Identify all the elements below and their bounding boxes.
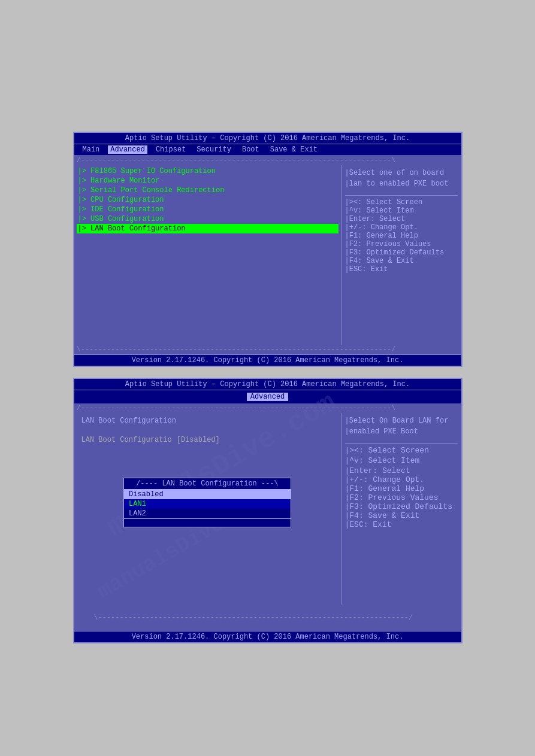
config-value: [Disabled] — [177, 436, 220, 444]
menu-advanced[interactable]: Advanced — [108, 145, 147, 154]
screen2-right-panel: |Select On Board LAN for |enabled PXE Bo… — [341, 413, 461, 605]
help2-line1: |Select On Board LAN for — [345, 415, 458, 426]
help-line2: |lan to enabled PXE boot — [345, 178, 458, 189]
divider-bot-1: \---------------------------------------… — [74, 345, 461, 354]
popup-item-lan1[interactable]: LAN1 — [124, 499, 291, 509]
entry-hardware-monitor[interactable]: |> Hardware Monitor — [77, 176, 338, 186]
help-line1: |Select one of on board — [345, 168, 458, 178]
entry-f81865[interactable]: |> F81865 Super IO Configuration — [77, 166, 338, 176]
popup-item-disabled[interactable]: Disabled — [124, 490, 291, 499]
popup-box[interactable]: /---- LAN Boot Configuration ---\ Disabl… — [123, 478, 291, 527]
bios-title-2: Aptio Setup Utility – Copyright (C) 2016… — [74, 379, 461, 390]
nav-help-2: |><: Select Screen |^v: Select Item |Ent… — [345, 443, 458, 529]
version-bar-1: Version 2.17.1246. Copyright (C) 2016 Am… — [74, 354, 461, 366]
lan-boot-section: LAN Boot Configuration LAN Boot Configur… — [77, 414, 338, 447]
entry-lan-boot[interactable]: |> LAN Boot Configuration — [77, 224, 338, 233]
section-label: LAN Boot Configuration — [81, 417, 334, 425]
popup-item-lan2[interactable]: LAN2 — [124, 509, 291, 518]
advanced-title-row: Advanced — [74, 390, 461, 403]
menu-main[interactable]: Main — [80, 145, 102, 154]
nav-help-1: |><: Select Screen |^v: Select Item |Ent… — [345, 195, 458, 274]
menu-chipset[interactable]: Chipset — [153, 145, 188, 154]
divider-bot-2: \---------------------------------------… — [74, 605, 461, 631]
screen2-left-panel: manualsDive.com manualsDive.com LAN Boot… — [74, 413, 341, 605]
config-label: LAN Boot Configuratio — [81, 436, 172, 444]
menu-security[interactable]: Security — [194, 145, 234, 154]
popup-title: /---- LAN Boot Configuration ---\ — [124, 478, 291, 490]
version-bar-2: Version 2.17.1246. Copyright (C) 2016 Am… — [74, 631, 461, 642]
popup-overlay: /---- LAN Boot Configuration ---\ Disabl… — [89, 478, 327, 527]
entry-usb-config[interactable]: |> USB Configuration — [77, 214, 338, 224]
divider-top-1: /---------------------------------------… — [74, 156, 461, 165]
bios-content-1: |> F81865 Super IO Configuration |> Hard… — [74, 165, 461, 345]
bios-title-1: Aptio Setup Utility – Copyright (C) 2016… — [74, 133, 461, 144]
lan-boot-value-row: LAN Boot Configuratio [Disabled] — [81, 436, 334, 444]
advanced-submenu-label: Advanced — [247, 393, 289, 401]
menu-save-exit[interactable]: Save & Exit — [268, 145, 320, 154]
entry-serial-port[interactable]: |> Serial Port Console Redirection — [77, 186, 338, 195]
bios-left-panel-1: |> F81865 Super IO Configuration |> Hard… — [74, 165, 341, 345]
bios-right-panel-1: |Select one of on board |lan to enabled … — [341, 165, 461, 345]
bios-screen-2: Aptio Setup Utility – Copyright (C) 2016… — [73, 378, 463, 643]
help2-line2: |enabled PXE Boot — [345, 426, 458, 437]
divider-top-2: /---------------------------------------… — [74, 403, 461, 413]
screen2-content: manualsDive.com manualsDive.com LAN Boot… — [74, 413, 461, 605]
entry-ide-config[interactable]: |> IDE Configuration — [77, 205, 338, 214]
entry-cpu-config[interactable]: |> CPU Configuration — [77, 195, 338, 205]
bios-menu-bar-1[interactable]: Main Advanced Chipset Security Boot Save… — [74, 144, 461, 156]
menu-boot[interactable]: Boot — [240, 145, 262, 154]
bios-screen-1: Aptio Setup Utility – Copyright (C) 2016… — [73, 132, 463, 367]
